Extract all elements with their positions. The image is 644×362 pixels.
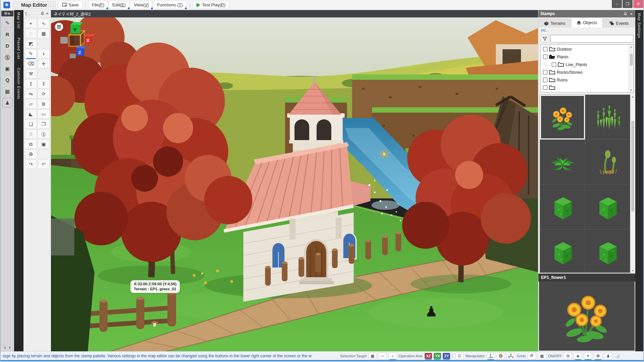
tool-shovel-button[interactable]: ⚒: [25, 69, 37, 78]
stamp-thumb-flower[interactable]: [540, 95, 585, 139]
menu-v[interactable]: View(V): [130, 1, 153, 9]
gem-toggle-button[interactable]: ◈: [574, 353, 582, 359]
tool-mirror-button[interactable]: ⇋: [25, 89, 37, 99]
tool-eraser-button[interactable]: ⌫: [25, 59, 37, 68]
tree-checkbox[interactable]: [552, 62, 556, 67]
rail-menu-button[interactable]: M ▶: [1, 11, 13, 16]
axis-zy-button[interactable]: ZY: [443, 353, 450, 359]
grid-toggle-button[interactable]: ▦: [538, 353, 546, 359]
quest-button[interactable]: Q: [2, 75, 12, 85]
map-edit-button[interactable]: ✎: [2, 18, 12, 28]
scroll-down-icon[interactable]: ▼: [630, 88, 633, 92]
tool-delete-button[interactable]: ♻: [25, 149, 37, 159]
side-tab-map-list[interactable]: Map List: [17, 12, 21, 29]
viewport-menu-button[interactable]: [55, 23, 63, 31]
etc-link[interactable]: etc.: [538, 27, 635, 34]
stamp-search-input[interactable]: [550, 35, 633, 43]
move-tool-button[interactable]: [487, 353, 495, 359]
tree-checkbox[interactable]: [543, 85, 547, 90]
tree-checkbox[interactable]: [543, 55, 547, 59]
tool-copy-down-button[interactable]: ❏: [25, 119, 37, 129]
axis-yx-button[interactable]: YX: [434, 353, 441, 359]
stamp-thumb-bush-cube[interactable]: [585, 230, 630, 273]
menu-e[interactable]: Edit(E): [109, 1, 129, 9]
resize-grip[interactable]: [615, 354, 620, 358]
tree-item-Rocks/Stones[interactable]: Rocks/Stones: [541, 68, 629, 76]
stamp-thumb-leafy-plant[interactable]: [540, 140, 585, 184]
scroll-down-icon[interactable]: ▼: [632, 268, 634, 273]
scroll-up-icon[interactable]: ▲: [630, 45, 633, 49]
tool-select-tile-button[interactable]: ▦: [38, 29, 50, 38]
tool-bury-button[interactable]: ☃: [25, 129, 37, 139]
tool-picker-button[interactable]: ✛: [38, 59, 50, 68]
environment-toggle-button[interactable]: ❂: [594, 353, 602, 359]
display-button[interactable]: ▣: [2, 64, 12, 73]
thumb-scrollbar[interactable]: ▲ ▼: [630, 95, 635, 273]
side-tab-placed-list[interactable]: Placed List: [17, 38, 21, 59]
maximize-button[interactable]: ❐: [623, 0, 633, 8]
nav-next-button[interactable]: ›: [9, 345, 10, 350]
tree-item-Outdoor[interactable]: Outdoor: [541, 45, 629, 53]
pin-icon[interactable]: [40, 12, 44, 16]
tool-special-button[interactable]: Ⓢ: [38, 129, 50, 139]
character-cursor[interactable]: ♟: [425, 304, 438, 319]
stamp-thumb-bush-cube[interactable]: [585, 185, 630, 229]
map-scene[interactable]: ♟ Y X Z: [51, 17, 538, 351]
scale-tool-button[interactable]: [507, 353, 515, 359]
scroll-up-icon[interactable]: ▲: [632, 95, 634, 99]
axis-xz-button[interactable]: XZ: [425, 353, 432, 359]
save-button[interactable]: Save: [58, 1, 83, 9]
palette-close-icon[interactable]: ✕: [45, 12, 49, 16]
rotate-tool-button[interactable]: [497, 353, 505, 359]
menu-t[interactable]: Functions (T): [153, 1, 186, 9]
stamp-thumb-bush-cube[interactable]: [540, 185, 585, 229]
tool-ramp-button[interactable]: ◣: [25, 109, 37, 119]
snap-button[interactable]: ∪: [528, 353, 536, 359]
stamp-thumb-tall-grass[interactable]: [585, 95, 630, 139]
select-objects-button[interactable]: ⌂⌂: [379, 353, 387, 359]
tool-select-ellipse-button[interactable]: ◌: [25, 29, 37, 38]
stamps-close-icon[interactable]: ✕: [629, 12, 633, 16]
system-button[interactable]: Ⓢ: [2, 52, 12, 62]
tree-checkbox[interactable]: [543, 47, 547, 51]
tool-select-rect-button[interactable]: ⌖: [25, 19, 37, 28]
filter-button[interactable]: [540, 35, 549, 43]
tool-undo-button[interactable]: ↶: [38, 160, 50, 169]
pin-icon[interactable]: [623, 12, 627, 16]
side-tab-common-events[interactable]: Common Events: [17, 68, 21, 99]
snap-cube-button[interactable]: ☑: [455, 353, 464, 359]
tab-terrains[interactable]: Terrains: [539, 19, 571, 27]
package-button[interactable]: ▦: [2, 86, 12, 96]
lighting-toggle-button[interactable]: ☀: [584, 353, 592, 359]
tree-scrollbar[interactable]: ▲ ▼: [629, 45, 634, 92]
stamp-thumb-sprout[interactable]: [585, 140, 630, 184]
minimize-button[interactable]: –: [612, 0, 622, 8]
resource-button[interactable]: R: [2, 29, 12, 39]
test-play-button[interactable]: Test Play(P): [193, 1, 229, 9]
tool-select-lasso-button[interactable]: ∿: [38, 19, 50, 28]
select-terrain-button[interactable]: ▦: [369, 353, 377, 359]
tree-checkbox[interactable]: [543, 70, 547, 74]
thumb-scroll-thumb[interactable]: [631, 121, 634, 212]
tree-item-Low_Plants[interactable]: Low_Plants: [541, 61, 629, 68]
tool-box-button[interactable]: ▭: [38, 109, 50, 119]
nav-prev-button[interactable]: ‹: [4, 345, 6, 350]
window-toggle-button[interactable]: ⊞: [564, 353, 572, 359]
tool-pen-button[interactable]: ✎: [25, 49, 37, 58]
tool-paste-button[interactable]: ▣: [38, 139, 50, 149]
tree-scroll-thumb[interactable]: [630, 54, 633, 66]
tree-item-Plants[interactable]: Plants: [541, 53, 629, 61]
close-button[interactable]: ✕: [633, 0, 643, 8]
tree-item-partial[interactable]: [541, 84, 629, 92]
tab-events[interactable]: Events: [603, 19, 635, 27]
tool-fill-button[interactable]: ◗: [38, 49, 50, 58]
database-button[interactable]: D: [2, 41, 12, 51]
tool-lower-button[interactable]: ↧: [38, 79, 50, 88]
tool-rotate-button[interactable]: ⟳: [38, 89, 50, 99]
tool-copy-up-button[interactable]: ❐: [38, 119, 50, 129]
tree-item-Ruins[interactable]: Ruins: [541, 76, 629, 84]
menu-f[interactable]: File(F): [88, 1, 108, 9]
tool-redo-button[interactable]: ↷: [25, 160, 37, 169]
stamp-thumb-bush-cube[interactable]: [540, 230, 585, 273]
tool-select-face-button[interactable]: ◩: [25, 39, 37, 48]
